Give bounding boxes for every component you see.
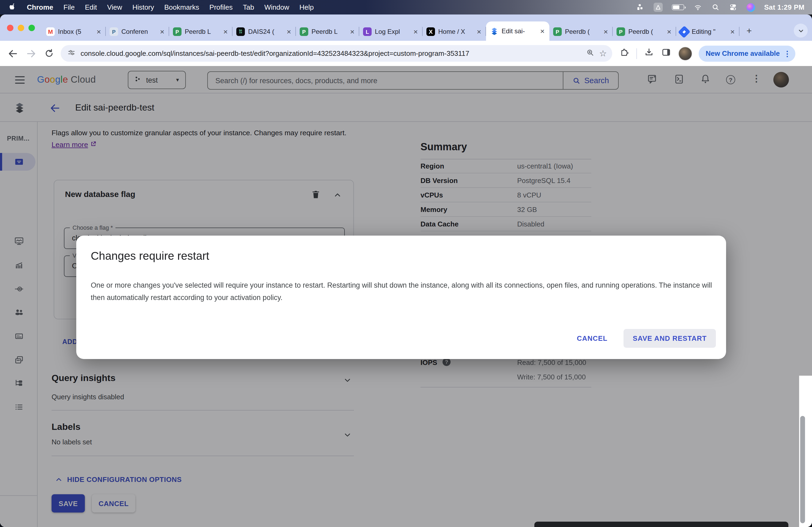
dialog-save-and-restart-button[interactable]: SAVE AND RESTART	[624, 329, 716, 348]
dialog-body-text: One or more changes you've selected will…	[91, 280, 713, 304]
downloads-icon[interactable]	[644, 47, 654, 60]
tab-peerdb-4[interactable]: PPeerdb (×	[613, 22, 676, 41]
gmail-favicon: M	[46, 27, 55, 36]
tab-close-icon[interactable]: ×	[603, 27, 609, 36]
x-favicon: X	[426, 27, 435, 36]
menu-bookmarks[interactable]: Bookmarks	[164, 3, 199, 11]
tab-editing[interactable]: Editing "×	[676, 22, 740, 41]
bottom-dark-bar	[534, 522, 788, 527]
page-scrollbar	[799, 376, 812, 527]
address-bar[interactable]: console.cloud.google.com/sql/instances/s…	[61, 45, 612, 62]
tiles-icon[interactable]	[636, 3, 644, 11]
control-center-icon[interactable]	[729, 3, 737, 11]
menu-help[interactable]: Help	[300, 3, 314, 11]
tab-search-chevron-icon[interactable]	[794, 24, 808, 37]
siri-icon[interactable]	[746, 3, 755, 12]
close-window-button[interactable]	[7, 25, 13, 31]
tab-log-explorer[interactable]: LLog Expl×	[359, 22, 423, 41]
forward-icon[interactable]	[26, 48, 37, 59]
tab-peerdb-1[interactable]: PPeerdb L×	[169, 22, 233, 41]
scrollbar-thumb[interactable]	[800, 416, 805, 523]
bookmark-star-icon[interactable]: ☆	[599, 48, 607, 59]
site-settings-icon[interactable]	[67, 48, 76, 59]
changes-require-restart-dialog: Changes require restart One or more chan…	[76, 236, 726, 359]
window-controls	[0, 15, 42, 41]
menu-profiles[interactable]: Profiles	[209, 3, 233, 11]
minimize-window-button[interactable]	[18, 25, 24, 31]
tab-close-icon[interactable]: ×	[349, 27, 356, 36]
chrome-menu-icon[interactable]: ⋮	[784, 49, 791, 58]
battery-icon[interactable]	[672, 4, 684, 10]
side-panel-icon[interactable]	[661, 47, 671, 60]
tab-conference[interactable]: PConferen×	[106, 22, 169, 41]
zoom-in-icon[interactable]	[586, 48, 594, 59]
chrome-update-pill[interactable]: New Chrome available ⋮	[699, 45, 795, 61]
postgres-favicon: P	[110, 27, 118, 36]
tab-close-icon[interactable]: ×	[666, 27, 672, 36]
tab-peerdb-2[interactable]: PPeerdb L×	[296, 22, 359, 41]
dialog-title: Changes require restart	[91, 250, 209, 262]
tab-close-icon[interactable]: ×	[96, 27, 102, 36]
dialog-cancel-button[interactable]: CANCEL	[575, 330, 610, 347]
menu-history[interactable]: History	[132, 3, 154, 11]
peerdb-favicon: P	[300, 27, 308, 36]
extensions-icon[interactable]	[620, 47, 629, 59]
tabs: MInbox (5× PConferen× PPeerdb L× DAISDAI…	[42, 15, 757, 41]
tab-close-icon[interactable]: ×	[222, 27, 229, 36]
menu-view[interactable]: View	[107, 3, 122, 11]
back-icon[interactable]	[8, 48, 18, 59]
peerdb-favicon: P	[553, 27, 562, 36]
menu-edit[interactable]: Edit	[85, 3, 97, 11]
tab-edit-sai-active[interactable]: Edit sai-×	[486, 21, 549, 41]
tab-dais24[interactable]: DAISDAIS24 (×	[233, 22, 296, 41]
menu-window[interactable]: Window	[264, 3, 289, 11]
tab-inbox[interactable]: MInbox (5×	[42, 22, 106, 41]
spotlight-icon[interactable]	[712, 3, 720, 11]
log-explorer-favicon: L	[363, 27, 372, 36]
menu-chrome[interactable]: Chrome	[27, 3, 53, 11]
new-tab-button[interactable]: +	[742, 24, 757, 39]
reload-icon[interactable]	[44, 48, 54, 59]
menu-bar-clock[interactable]: Sat 1:29 PM	[764, 3, 804, 11]
toolbar-divider	[636, 48, 637, 59]
url-text[interactable]: console.cloud.google.com/sql/instances/s…	[81, 49, 581, 57]
tab-close-icon[interactable]: ×	[476, 27, 482, 36]
browser-profile-avatar[interactable]	[678, 46, 692, 60]
tab-x-home[interactable]: XHome / X×	[423, 22, 486, 41]
zoom-window-button[interactable]	[28, 25, 35, 31]
tab-close-icon[interactable]: ×	[286, 27, 292, 36]
app-status-icon[interactable]	[654, 3, 663, 12]
tab-close-icon[interactable]: ×	[412, 27, 419, 36]
tab-peerdb-3[interactable]: PPeerdb (×	[549, 22, 613, 41]
wifi-icon[interactable]	[693, 3, 702, 11]
tab-close-icon[interactable]: ×	[729, 27, 736, 36]
peerdb-favicon: P	[617, 27, 625, 36]
cloudsql-favicon	[490, 27, 498, 35]
peerdb-favicon: P	[173, 27, 182, 36]
apple-logo-icon[interactable]	[9, 2, 17, 13]
menu-file[interactable]: File	[63, 3, 75, 11]
tab-strip: MInbox (5× PConferen× PPeerdb L× DAISDAI…	[0, 15, 812, 41]
tab-close-icon[interactable]: ×	[159, 27, 165, 36]
tab-close-icon[interactable]: ×	[539, 27, 546, 35]
screen: Chrome File Edit View History Bookmarks …	[0, 0, 812, 527]
chrome-window: MInbox (5× PConferen× PPeerdb L× DAISDAI…	[0, 15, 812, 527]
gcp-console-page: Google Cloud test ▼ Search (/) for resou…	[0, 66, 812, 527]
dais-favicon: DAIS	[236, 27, 245, 36]
menu-tab[interactable]: Tab	[243, 3, 254, 11]
editing-favicon	[680, 27, 688, 36]
browser-toolbar: console.cloud.google.com/sql/instances/s…	[0, 41, 812, 66]
macos-menu-bar: Chrome File Edit View History Bookmarks …	[0, 0, 812, 15]
